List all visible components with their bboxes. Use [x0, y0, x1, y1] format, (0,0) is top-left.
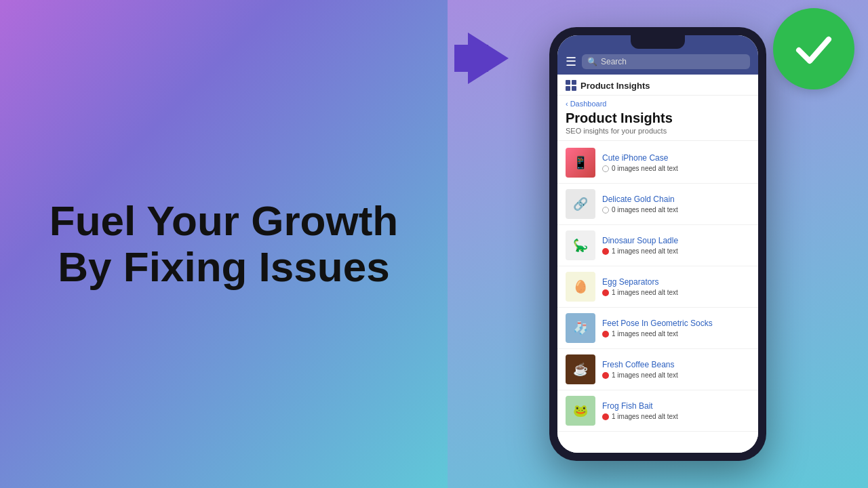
- product-name: Dinosaur Soup Ladle: [602, 236, 750, 245]
- product-list: 📱Cute iPhone Case0 images need alt text🔗…: [557, 142, 758, 432]
- grid-icon: [566, 80, 576, 91]
- product-info: Frog Fish Bait1 images need alt text: [602, 401, 750, 420]
- status-text: 0 images need alt text: [612, 165, 678, 172]
- page-header: Product Insights: [557, 75, 758, 96]
- phone-content: ‹ Dashboard Product Insights SEO insight…: [557, 96, 758, 453]
- product-thumbnail: 🔗: [566, 189, 595, 219]
- product-thumbnail: 🥚: [566, 272, 595, 302]
- headline: Fuel Your Growth By Fixing Issues: [50, 198, 398, 290]
- phone-frame: ☰ 🔍 Search Product Insights ‹ Dashboard: [549, 27, 766, 461]
- product-name: Feet Pose In Geometric Socks: [602, 319, 750, 328]
- product-name: Delicate Gold Chain: [602, 195, 750, 204]
- back-arrow-icon: ‹: [566, 100, 568, 108]
- page-subtitle: SEO insights for your products: [557, 127, 758, 140]
- product-info: Cute iPhone Case0 images need alt text: [602, 153, 750, 172]
- status-text: 1 images need alt text: [612, 413, 678, 420]
- error-dot-icon: [602, 331, 609, 338]
- check-badge: [773, 8, 854, 89]
- status-text: 1 images need alt text: [612, 330, 678, 338]
- page-title: Product Insights: [557, 109, 758, 127]
- search-placeholder: Search: [601, 57, 627, 66]
- product-info: Delicate Gold Chain0 images need alt tex…: [602, 195, 750, 214]
- product-info: Egg Separators1 images need alt text: [602, 277, 750, 296]
- product-info: Fresh Coffee Beans1 images need alt text: [602, 360, 750, 379]
- error-dot-icon: [602, 372, 609, 379]
- product-status: 1 images need alt text: [602, 247, 750, 255]
- product-status: 1 images need alt text: [602, 289, 750, 296]
- product-thumbnail: 🐸: [566, 396, 595, 426]
- product-thumbnail: 🦕: [566, 230, 595, 260]
- status-text: 0 images need alt text: [612, 206, 678, 214]
- product-name: Cute iPhone Case: [602, 153, 750, 163]
- product-item[interactable]: 📱Cute iPhone Case0 images need alt text: [557, 142, 758, 184]
- divider: [557, 140, 758, 141]
- left-panel: Fuel Your Growth By Fixing Issues: [0, 0, 448, 488]
- product-item[interactable]: 🦕Dinosaur Soup Ladle1 images need alt te…: [557, 225, 758, 266]
- product-item[interactable]: ☕Fresh Coffee Beans1 images need alt tex…: [557, 349, 758, 390]
- error-dot-icon: [602, 289, 609, 296]
- status-text: 1 images need alt text: [612, 289, 678, 296]
- error-dot-icon: [602, 248, 609, 255]
- product-status: 1 images need alt text: [602, 371, 750, 379]
- search-icon: 🔍: [587, 57, 597, 66]
- product-name: Egg Separators: [602, 277, 750, 287]
- hamburger-icon[interactable]: ☰: [566, 54, 576, 69]
- product-thumbnail: 📱: [566, 148, 595, 178]
- page-header-title: Product Insights: [580, 81, 650, 91]
- product-item[interactable]: 🧦Feet Pose In Geometric Socks1 images ne…: [557, 308, 758, 349]
- arrow-icon: [468, 33, 509, 84]
- product-name: Fresh Coffee Beans: [602, 360, 750, 369]
- product-status: 0 images need alt text: [602, 165, 750, 172]
- error-dot-icon: [602, 413, 609, 420]
- product-thumbnail: 🧦: [566, 313, 595, 343]
- product-name: Frog Fish Bait: [602, 401, 750, 411]
- phone-notch: [631, 35, 685, 49]
- product-info: Dinosaur Soup Ladle1 images need alt tex…: [602, 236, 750, 255]
- headline-line2: By Fixing Issues: [50, 244, 398, 290]
- product-status: 1 images need alt text: [602, 330, 750, 338]
- product-item[interactable]: 🥚Egg Separators1 images need alt text: [557, 266, 758, 308]
- search-box[interactable]: 🔍 Search: [582, 54, 750, 69]
- ok-dot-icon: [602, 207, 609, 214]
- product-status: 0 images need alt text: [602, 206, 750, 214]
- phone-screen: ☰ 🔍 Search Product Insights ‹ Dashboard: [557, 35, 758, 453]
- product-info: Feet Pose In Geometric Socks1 images nee…: [602, 319, 750, 338]
- ok-dot-icon: [602, 165, 609, 172]
- product-status: 1 images need alt text: [602, 413, 750, 420]
- status-text: 1 images need alt text: [612, 247, 678, 255]
- product-thumbnail: ☕: [566, 354, 595, 384]
- checkmark-icon: [792, 27, 835, 70]
- breadcrumb-label: Dashboard: [570, 100, 607, 108]
- product-item[interactable]: 🐸Frog Fish Bait1 images need alt text: [557, 390, 758, 432]
- product-item[interactable]: 🔗Delicate Gold Chain0 images need alt te…: [557, 184, 758, 225]
- status-text: 1 images need alt text: [612, 371, 678, 379]
- headline-line1: Fuel Your Growth: [50, 198, 398, 244]
- right-panel: ☰ 🔍 Search Product Insights ‹ Dashboard: [448, 0, 868, 488]
- breadcrumb[interactable]: ‹ Dashboard: [557, 96, 758, 109]
